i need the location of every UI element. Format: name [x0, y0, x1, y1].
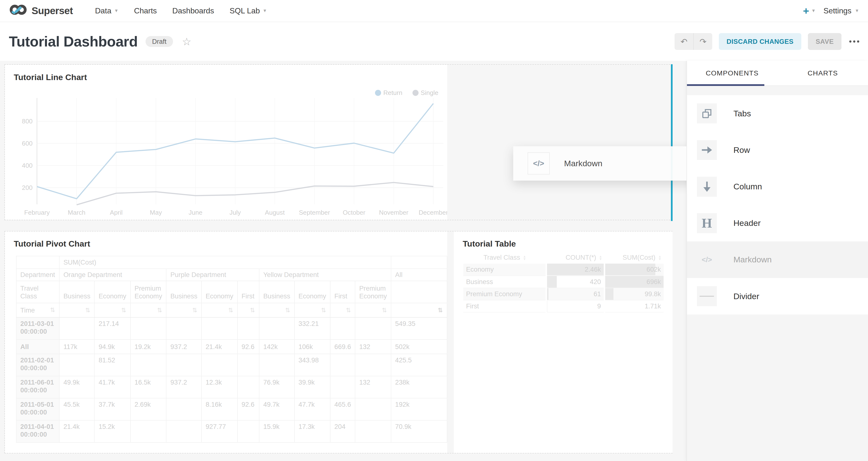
- dot-icon: [853, 40, 855, 42]
- sort-icon[interactable]: ⇅: [321, 307, 326, 314]
- pivot-class-header: Economy: [94, 281, 130, 303]
- pivot-class-header: Business: [259, 281, 294, 303]
- sort-icon[interactable]: ⇅: [346, 307, 351, 314]
- sort-icon[interactable]: ⇅: [50, 306, 55, 313]
- nav-item-data[interactable]: Data▼: [95, 6, 119, 16]
- table-column-header[interactable]: SUM(Cost)▲▼: [604, 251, 663, 264]
- pivot-cell: 669.6: [330, 340, 355, 354]
- pivot-row: 2011-06-01 00:00:0049.9k41.7k16.5k937.21…: [16, 376, 447, 398]
- component-item-markdown[interactable]: </>Markdown: [687, 242, 868, 278]
- nav-item-dashboards[interactable]: Dashboards: [172, 6, 214, 16]
- superset-dashboard-editor: Superset Data▼ChartsDashboardsSQL Lab▼ +…: [0, 0, 868, 461]
- line-chart-card[interactable]: Tutorial Line Chart ReturnSingle 2004006…: [5, 65, 447, 220]
- sort-icon[interactable]: ⇅: [382, 307, 387, 314]
- pivot-cell: 192k: [391, 398, 447, 420]
- dashboard-row-1[interactable]: Tutorial Line Chart ReturnSingle 2004006…: [4, 64, 673, 220]
- chart-title: Tutorial Line Chart: [14, 72, 87, 82]
- page-title[interactable]: Tutorial Dashboard: [9, 33, 137, 50]
- svg-text:600: 600: [22, 140, 33, 147]
- pivot-cell: [259, 317, 294, 340]
- sort-icon[interactable]: ⇅: [85, 307, 90, 314]
- nav-item-sql-lab[interactable]: SQL Lab▼: [229, 6, 267, 16]
- pivot-sort-header[interactable]: ⇅: [391, 303, 447, 317]
- pivot-sort-header[interactable]: ⇅: [166, 303, 202, 317]
- pivot-class-header: First: [238, 281, 259, 303]
- table-cell: 61: [546, 288, 604, 300]
- pivot-cell: 332.21: [294, 317, 331, 340]
- nav-menu: Data▼ChartsDashboardsSQL Lab▼: [87, 6, 275, 16]
- line-chart-svg: 200400600800FebruaryMarchAprilMayJuneJul…: [5, 65, 447, 220]
- dashboard-row-2[interactable]: Tutorial Pivot Chart SUM(Cost)Department…: [4, 231, 673, 454]
- component-item-column[interactable]: Column: [687, 168, 868, 205]
- table-cell: 602k: [604, 264, 663, 276]
- pivot-sort-header[interactable]: ⇅: [330, 303, 355, 317]
- sort-icon[interactable]: ▲▼: [599, 255, 602, 261]
- sort-icon[interactable]: ⇅: [121, 307, 126, 314]
- pivot-sort-header[interactable]: ⇅: [355, 303, 391, 317]
- sort-icon[interactable]: ▲▼: [658, 255, 662, 261]
- pivot-row-label: 2011-04-01 00:00:00: [16, 420, 59, 442]
- svg-text:800: 800: [22, 118, 33, 125]
- component-item-row[interactable]: Row: [687, 132, 868, 168]
- pivot-sort-header[interactable]: ⇅: [130, 303, 166, 317]
- pivot-table: SUM(Cost)DepartmentOrange DepartmentPurp…: [16, 256, 447, 443]
- pivot-cell: [130, 354, 166, 376]
- svg-text:September: September: [299, 209, 330, 216]
- pivot-sort-header[interactable]: ⇅: [202, 303, 238, 317]
- favorite-star-icon[interactable]: ☆: [182, 35, 191, 48]
- tab-components[interactable]: COMPONENTS: [687, 61, 777, 85]
- sort-icon[interactable]: ⇅: [250, 307, 255, 314]
- discard-changes-button[interactable]: DISCARD CHANGES: [719, 33, 801, 50]
- pivot-sort-header[interactable]: ⇅: [238, 303, 259, 317]
- nav-item-charts[interactable]: Charts: [134, 6, 157, 16]
- component-item-inner: Row: [697, 140, 750, 160]
- pivot-cell: [330, 317, 355, 340]
- settings-menu[interactable]: Settings ▼: [824, 6, 859, 16]
- table-row: Premium Economy6199.8k: [463, 288, 664, 300]
- dragged-markdown-component[interactable]: </> Markdown: [513, 146, 686, 181]
- redo-button[interactable]: ↷: [693, 33, 712, 50]
- pivot-cell: [330, 376, 355, 398]
- table-row: Business420696k: [463, 276, 664, 288]
- sort-icon[interactable]: ⇅: [228, 307, 234, 314]
- table-column-header[interactable]: Travel Class▲▼: [463, 251, 546, 264]
- pivot-sort-header[interactable]: ⇅: [59, 303, 95, 317]
- pivot-sort-header[interactable]: Time⇅: [16, 303, 59, 317]
- pivot-sort-header[interactable]: ⇅: [259, 303, 294, 317]
- more-options-menu[interactable]: [849, 40, 859, 42]
- sort-icon[interactable]: ⇅: [438, 307, 443, 314]
- brand-name: Superset: [32, 5, 73, 17]
- undo-icon: ↶: [680, 37, 687, 47]
- sort-icon[interactable]: ⇅: [192, 307, 197, 314]
- sort-icon[interactable]: ⇅: [285, 307, 290, 314]
- pivot-cell: [130, 420, 166, 442]
- new-item-button[interactable]: + ▼: [803, 5, 816, 17]
- pivot-chart-card[interactable]: Tutorial Pivot Chart SUM(Cost)Department…: [5, 232, 447, 453]
- pivot-cell: 41.7k: [94, 376, 130, 398]
- superset-logo[interactable]: Superset: [9, 4, 73, 18]
- component-item-tabs[interactable]: Tabs: [687, 95, 868, 132]
- sort-icon[interactable]: ▲▼: [523, 255, 526, 261]
- table-row: First91.71k: [463, 300, 664, 312]
- table-chart-card[interactable]: Tutorial Table Travel Class▲▼COUNT(*)▲▼S…: [454, 232, 673, 453]
- svg-text:October: October: [343, 209, 366, 216]
- pivot-cell: 425.5: [391, 354, 447, 376]
- undo-button[interactable]: ↶: [675, 33, 693, 50]
- pivot-cell: [355, 317, 391, 340]
- table-column-header[interactable]: COUNT(*)▲▼: [546, 251, 604, 264]
- pivot-cell: [259, 354, 294, 376]
- pivot-cell: [238, 317, 259, 340]
- component-item-inner: Divider: [697, 286, 759, 306]
- pivot-sort-header[interactable]: ⇅: [294, 303, 331, 317]
- component-item-label: Column: [734, 182, 762, 191]
- tab-charts[interactable]: CHARTS: [777, 61, 868, 85]
- pivot-sort-header[interactable]: ⇅: [94, 303, 130, 317]
- sort-icon[interactable]: ⇅: [157, 307, 162, 314]
- component-item-header[interactable]: HHeader: [687, 205, 868, 242]
- component-item-divider[interactable]: Divider: [687, 278, 868, 314]
- pivot-cell: 238k: [391, 376, 447, 398]
- save-button[interactable]: SAVE: [808, 33, 841, 50]
- plus-icon: +: [803, 5, 809, 17]
- pivot-row-label: 2011-03-01 00:00:00: [16, 317, 59, 340]
- pivot-cell: [202, 354, 238, 376]
